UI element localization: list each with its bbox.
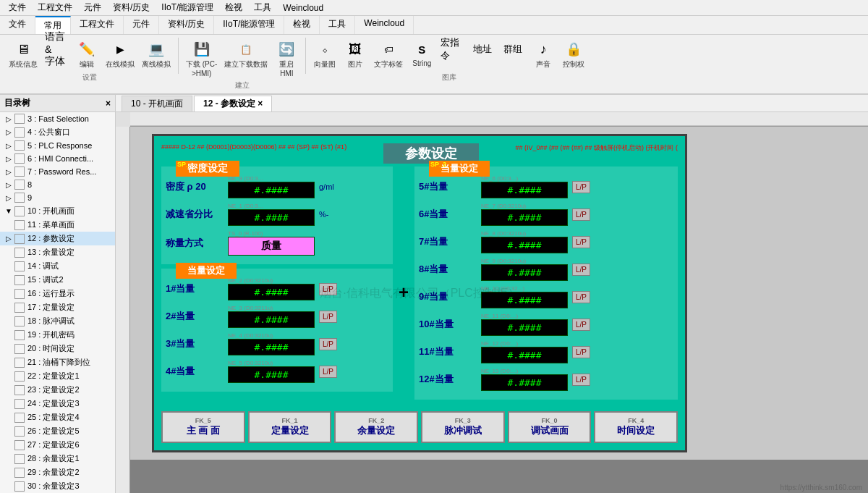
r6-value[interactable]: #.#### <box>481 209 568 226</box>
sidebar-item-12[interactable]: ▷12 : 参数设定 <box>0 232 115 245</box>
sidebar-item-30[interactable]: 30 : 余量设定3 <box>0 479 115 493</box>
r10-lp[interactable]: L/P <box>572 319 590 331</box>
dosing-2-value[interactable]: #.#### <box>228 311 315 328</box>
sidebar-item-6[interactable]: ▷6 : HMI Connecti... <box>0 152 115 165</box>
checkbox-14[interactable] <box>14 261 25 271</box>
sidebar-item-14[interactable]: 14 : 调试 <box>0 259 115 273</box>
sidebar-item-9[interactable]: ▷9 <box>0 191 115 204</box>
tab-history[interactable]: 资料/历史 <box>159 16 214 34</box>
sidebar-item-21[interactable]: 21 : 油桶下降到位 <box>0 355 115 369</box>
sidebar-item-5[interactable]: ▷5 : PLC Response <box>0 139 115 152</box>
language-button[interactable]: 语言&字体 <box>42 38 71 61</box>
sidebar-item-26[interactable]: 26 : 定量设定5 <box>0 424 115 438</box>
checkbox-28[interactable] <box>14 454 25 464</box>
checkbox-12[interactable] <box>14 234 25 244</box>
checkbox-22[interactable] <box>14 371 25 382</box>
string-button[interactable]: S String <box>407 38 436 69</box>
image-button[interactable]: 🖼 图片 <box>341 38 370 71</box>
control-button[interactable]: 🔒 控制权 <box>559 38 588 71</box>
sidebar-item-11[interactable]: 11 : 菜单画面 <box>0 218 115 232</box>
r10-value[interactable]: #.#### <box>481 319 568 336</box>
sidebar-item-18[interactable]: 18 : 脉冲调试 <box>0 314 115 328</box>
sidebar-item-8[interactable]: ▷8 <box>0 178 115 191</box>
density-value[interactable]: #.#### <box>228 182 315 198</box>
dosing-3-value[interactable]: #.#### <box>228 339 315 355</box>
nav-dosing[interactable]: FK_1 定量设定 <box>248 411 332 443</box>
checkbox-17[interactable] <box>14 303 25 313</box>
tab-inspect[interactable]: 检视 <box>284 16 320 34</box>
tab-component[interactable]: 元件 <box>124 16 159 34</box>
sidebar-item-20[interactable]: 20 : 时间设定 <box>0 342 115 355</box>
checkbox-30[interactable] <box>14 481 25 492</box>
offline-sim-button[interactable]: 💻 离线模拟 <box>139 38 174 71</box>
sidebar-item-13[interactable]: 13 : 余量设定 <box>0 245 115 259</box>
checkbox-5[interactable] <box>14 140 25 151</box>
checkbox-25[interactable] <box>14 413 25 423</box>
nav-debug[interactable]: FK_0 调试画面 <box>508 411 592 443</box>
dosing-4-lp[interactable]: L/P <box>319 366 337 378</box>
checkbox-18[interactable] <box>14 316 25 326</box>
sidebar-item-19[interactable]: 19 : 开机密码 <box>0 328 115 342</box>
r5-value[interactable]: #.#### <box>481 182 568 198</box>
dosing-1-value[interactable]: #.#### <box>228 284 315 300</box>
r11-lp[interactable]: L/P <box>572 346 590 358</box>
r5-lp[interactable]: L/P <box>572 181 590 193</box>
sidebar-item-16[interactable]: 16 : 运行显示 <box>0 287 115 300</box>
menu-iiot[interactable]: IIoT/能源管理 <box>156 0 219 15</box>
r8-value[interactable]: #.#### <box>481 264 568 281</box>
menu-weincloud[interactable]: Weincloud <box>277 1 329 14</box>
sidebar-item-4[interactable]: ▷4 : 公共窗口 <box>0 125 115 139</box>
checkbox-3[interactable] <box>14 114 25 124</box>
dosing-4-value[interactable]: #.#### <box>228 366 315 383</box>
sound-button[interactable]: ♪ 声音 <box>529 38 558 71</box>
vector-button[interactable]: ⬦ 向量图 <box>310 38 339 71</box>
sidebar-item-28[interactable]: 28 : 余量设定1 <box>0 452 115 465</box>
checkbox-29[interactable] <box>14 468 25 478</box>
checkbox-11[interactable] <box>14 220 25 230</box>
sidebar-item-24[interactable]: 24 : 定量设定3 <box>0 397 115 410</box>
r12-value[interactable]: #.#### <box>481 374 568 391</box>
checkbox-4[interactable] <box>14 127 25 138</box>
checkbox-8[interactable] <box>14 180 25 190</box>
sidebar-item-7[interactable]: ▷7 : Password Res... <box>0 165 115 178</box>
sidebar-item-17[interactable]: 17 : 定量设定 <box>0 300 115 314</box>
dosing-3-lp[interactable]: L/P <box>319 338 337 350</box>
checkbox-21[interactable] <box>14 358 25 368</box>
checkbox-24[interactable] <box>14 399 25 409</box>
menu-history[interactable]: 资料/历史 <box>107 0 156 15</box>
sidebar-item-25[interactable]: 25 : 定量设定4 <box>0 410 115 424</box>
nav-time[interactable]: FK_4 时间设定 <box>594 411 678 443</box>
r6-lp[interactable]: L/P <box>572 208 590 221</box>
r12-lp[interactable]: L/P <box>572 374 590 386</box>
checkbox-10[interactable] <box>14 206 25 216</box>
restart-button[interactable]: 🔄 重启HMI <box>272 38 301 79</box>
checkbox-6[interactable] <box>14 153 25 164</box>
checkbox-27[interactable] <box>14 440 25 450</box>
sidebar-item-10[interactable]: ▼10 : 开机画面 <box>0 204 115 218</box>
nav-main[interactable]: FK_5 主 画 面 <box>161 411 245 443</box>
text-label-button[interactable]: 🏷 文字标签 <box>371 38 406 71</box>
menu-inspect[interactable]: 检视 <box>219 0 248 15</box>
r9-value[interactable]: #.#### <box>481 292 568 308</box>
macro-button[interactable]: 宏指令 <box>438 38 467 61</box>
checkbox-16[interactable] <box>14 289 25 299</box>
menu-component[interactable]: 元件 <box>78 0 107 15</box>
edit-button[interactable]: ✏️ 编辑 <box>72 38 101 71</box>
checkbox-26[interactable] <box>14 426 25 437</box>
build-download-button[interactable]: 📋 建立下载数据 <box>221 38 271 71</box>
checkbox-15[interactable] <box>14 275 25 285</box>
tab-project[interactable]: 工程文件 <box>71 16 124 34</box>
dosing-2-lp[interactable]: L/P <box>319 311 337 323</box>
tab-tools[interactable]: 工具 <box>320 16 355 34</box>
tab-weincloud[interactable]: Weincloud <box>355 16 414 34</box>
sidebar-collapse-icon[interactable]: × <box>106 98 111 109</box>
nav-pulse[interactable]: FK_3 脉冲调试 <box>421 411 505 443</box>
download-button[interactable]: 💾 下载 (PC->HMI) <box>183 38 220 79</box>
decel-value[interactable]: #.#### <box>228 209 315 226</box>
checkbox-13[interactable] <box>14 248 25 258</box>
measure-value[interactable]: 质量 <box>228 237 315 256</box>
checkbox-19[interactable] <box>14 330 25 340</box>
menu-project[interactable]: 工程文件 <box>32 0 78 15</box>
checkbox-23[interactable] <box>14 385 25 395</box>
sidebar-item-3[interactable]: ▷3 : Fast Selection <box>0 112 115 125</box>
